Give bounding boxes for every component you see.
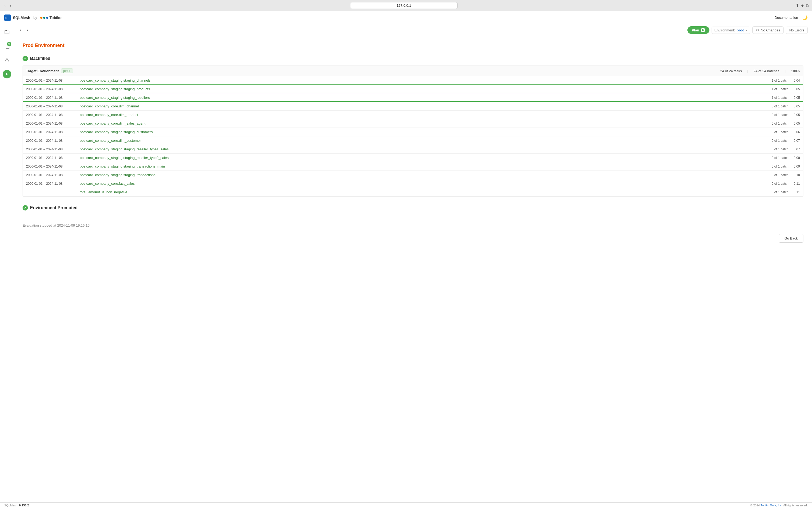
row-date: 2000-01-01 – 2024-11-08 [26, 79, 80, 82]
row-model-name[interactable]: postcard_company_staging.staging_reselle… [80, 95, 772, 99]
sidebar: 23 [0, 24, 14, 502]
row-model-name[interactable]: postcard_company_core.dim_sales_agent [80, 121, 772, 125]
sidebar-item-files[interactable]: 23 [2, 41, 12, 51]
row-model-name[interactable]: postcard_company_staging.staging_product… [80, 87, 772, 91]
row-model-name[interactable]: postcard_company_core.dim_product [80, 113, 772, 117]
tabs-icon[interactable]: ⧉ [806, 3, 809, 8]
row-separator: | [791, 122, 792, 125]
row-time-stat: 0:05 [794, 113, 800, 117]
row-model-name[interactable]: postcard_company_core.dim_channel [80, 104, 772, 108]
row-stats: 0 of 1 batch | 0:11 [772, 182, 800, 185]
browser-back-btn[interactable]: ‹ [3, 3, 7, 8]
files-badge: 23 [7, 42, 11, 46]
row-separator: | [791, 104, 792, 108]
no-errors-label: No Errors [789, 28, 804, 32]
row-time-stat: 0:05 [794, 104, 800, 108]
table-row: 2000-01-01 – 2024-11-08 postcard_company… [23, 162, 803, 171]
row-separator: | [791, 87, 792, 91]
dark-mode-icon[interactable]: 🌙 [802, 15, 808, 20]
address-input[interactable] [350, 2, 458, 9]
row-date: 2000-01-01 – 2024-11-08 [26, 87, 80, 91]
row-batch-stat: 0 of 1 batch [772, 104, 788, 108]
plan-button[interactable]: Plan [687, 26, 709, 34]
row-model-name[interactable]: postcard_company_staging.staging_custome… [80, 130, 772, 134]
row-date: 2000-01-01 – 2024-11-08 [26, 96, 80, 99]
row-batch-stat: 1 of 1 batch [772, 79, 788, 82]
svg-point-2 [7, 61, 7, 61]
sidebar-item-run[interactable] [2, 69, 12, 79]
folder-icon [4, 30, 10, 35]
row-separator: | [791, 182, 792, 185]
sidebar-item-warning[interactable] [2, 55, 12, 65]
plan-label: Plan [692, 28, 699, 32]
environment-selector[interactable]: Environment: prod ▾ [712, 27, 750, 34]
row-model-name[interactable]: postcard_company_staging.staging_reselle… [80, 156, 772, 160]
run-play-icon[interactable] [3, 70, 11, 78]
row-time-stat: 0:10 [794, 173, 800, 177]
new-tab-icon[interactable]: + [801, 3, 804, 8]
tobiko-name-label: Tobiko [49, 15, 61, 20]
row-model-name[interactable]: postcard_company_staging.staging_transac… [80, 173, 772, 177]
row-batch-stat: 1 of 1 batch [772, 87, 788, 91]
content-area: ‹ › Plan Environment: prod ▾ ↻ No Change… [14, 24, 812, 502]
row-time-stat: 0:05 [794, 87, 800, 91]
sidebar-item-folder[interactable] [2, 28, 12, 37]
row-separator: | [791, 190, 792, 194]
footer-company-link[interactable]: Tobiko Data, Inc. [761, 504, 783, 507]
dot-orange [40, 17, 42, 19]
row-stats: 0 of 1 batch | 0:07 [772, 147, 800, 151]
row-separator: | [791, 147, 792, 151]
toolbar-forward-btn[interactable]: › [25, 27, 30, 33]
row-time-stat: 0:05 [794, 122, 800, 125]
row-model-name[interactable]: postcard_company_core.dim_customer [80, 138, 772, 142]
row-stats: 0 of 1 batch | 0:06 [772, 130, 800, 134]
no-changes-label: No Changes [761, 28, 780, 32]
row-model-name[interactable]: postcard_company_staging.staging_reselle… [80, 147, 772, 151]
browser-actions: ⬆ + ⧉ [796, 3, 809, 8]
no-changes-button[interactable]: ↻ No Changes [753, 26, 783, 34]
footer-version-label: SQLMesh: [4, 504, 18, 507]
row-separator: | [791, 139, 792, 142]
progress-bar [23, 84, 803, 85]
row-date: 2000-01-01 – 2024-11-08 [26, 113, 80, 117]
page-title: Prod Environment [23, 43, 803, 48]
footer-left: SQLMesh: 0.130.2 [4, 504, 29, 507]
table-row: 2000-01-01 – 2024-11-08 postcard_company… [23, 179, 803, 188]
browser-chrome: ‹ › ⬆ + ⧉ [0, 0, 812, 11]
table-row: 2000-01-01 – 2024-11-08 postcard_company… [23, 85, 803, 93]
row-time-stat: 0:06 [794, 130, 800, 134]
row-time-stat: 0:11 [794, 190, 800, 194]
table-row: 2000-01-01 – 2024-11-08 postcard_company… [23, 76, 803, 85]
row-separator: | [791, 130, 792, 134]
separator-1: | [747, 69, 748, 73]
warning-icon [4, 57, 10, 63]
backfilled-title: Backfilled [30, 56, 50, 61]
row-model-name[interactable]: total_amount_is_non_negative [80, 190, 772, 194]
row-date: 2000-01-01 – 2024-11-08 [26, 122, 80, 125]
footer-right: © 2024 Tobiko Data, Inc. All rights rese… [750, 504, 808, 507]
footer-version: 0.130.2 [19, 504, 29, 507]
go-back-button[interactable]: Go Back [779, 234, 803, 243]
env-value: prod [736, 28, 744, 32]
row-model-name[interactable]: postcard_company_staging.staging_transac… [80, 164, 772, 168]
row-date: 2000-01-01 – 2024-11-08 [26, 130, 80, 134]
table-row: total_amount_is_non_negative 0 of 1 batc… [23, 188, 803, 197]
row-stats: 1 of 1 batch | 0:04 [772, 79, 800, 82]
prod-badge: prod [61, 69, 73, 73]
row-separator: | [791, 79, 792, 82]
tobiko-dots [40, 17, 48, 19]
row-model-name[interactable]: postcard_company_staging.staging_channel… [80, 78, 772, 82]
documentation-link[interactable]: Documentation [775, 15, 798, 19]
browser-forward-btn[interactable]: › [9, 3, 12, 8]
table-env-header: Target Environment prod [26, 69, 720, 73]
row-stats: 0 of 1 batch | 0:09 [772, 165, 800, 168]
table-row: 2000-01-01 – 2024-11-08 postcard_company… [23, 171, 803, 179]
row-batch-stat: 0 of 1 batch [772, 182, 788, 185]
share-icon[interactable]: ⬆ [796, 3, 799, 8]
row-stats: 1 of 1 batch | 0:05 [772, 87, 800, 91]
no-errors-button[interactable]: No Errors [786, 27, 808, 34]
table-row: 2000-01-01 – 2024-11-08 postcard_company… [23, 111, 803, 119]
address-bar [15, 2, 792, 9]
row-model-name[interactable]: postcard_company_core.fact_sales [80, 181, 772, 185]
toolbar-back-btn[interactable]: ‹ [18, 27, 23, 33]
